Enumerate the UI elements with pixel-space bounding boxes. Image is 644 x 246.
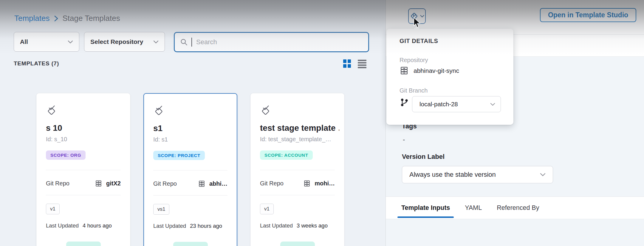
repository-label: Repository: [400, 57, 428, 64]
template-card-s1[interactable]: s1 Id: s1 SCOPE: PROJECT Git Repo abhi… …: [143, 93, 237, 246]
git-details-title: GIT DETAILS: [400, 38, 438, 44]
details-tab-bar: Template Inputs YAML Referenced By: [386, 196, 644, 219]
git-details-popover: GIT DETAILS Repository abhinav-git-sync …: [386, 29, 513, 125]
git-repo-value: abhi…: [209, 180, 227, 187]
git-branch-value: local-patch-28: [419, 101, 458, 108]
version-chip: vs1: [153, 204, 169, 215]
template-title: s1: [153, 124, 232, 133]
open-in-template-studio-button[interactable]: Open in Template Studio: [540, 8, 636, 22]
breadcrumb-templates-link[interactable]: Templates: [14, 14, 50, 23]
tab-template-inputs[interactable]: Template Inputs: [401, 197, 450, 219]
template-card-s-10[interactable]: s 10 Id: s_10 SCOPE: ORG Git Repo gitX2 …: [36, 93, 130, 246]
version-label-title: Version Label: [402, 153, 445, 161]
git-repo-label: Git Repo: [260, 180, 284, 187]
git-repo-label: Git Repo: [46, 180, 69, 187]
repository-filter[interactable]: Select Repository: [84, 32, 165, 52]
breadcrumb: Templates Stage Templates: [14, 14, 120, 23]
template-type-filter-value: All: [20, 38, 28, 45]
repository-value: abhinav-git-sync: [414, 67, 459, 74]
text-caret: [191, 38, 192, 47]
scope-badge: SCOPE: ACCOUNT: [260, 150, 313, 160]
divider: [260, 170, 335, 170]
version-label-select[interactable]: Always use the stable version: [402, 166, 553, 183]
git-repo-label: Git Repo: [153, 180, 177, 187]
repository-filter-value: Select Repository: [90, 38, 143, 45]
git-branch-label: Git Branch: [400, 87, 428, 94]
template-type-filter[interactable]: All: [14, 32, 79, 52]
search-input[interactable]: [196, 38, 363, 46]
template-title: s 10: [46, 123, 125, 133]
search-icon: [180, 38, 188, 46]
git-details-button[interactable]: [408, 8, 426, 24]
divider: [46, 170, 121, 170]
git-branch-select[interactable]: local-patch-28: [412, 96, 501, 112]
panel-divider: [386, 0, 386, 246]
stable-badge: [280, 242, 315, 246]
version-label-value: Always use the stable version: [409, 171, 496, 179]
chevron-down-icon: [420, 15, 424, 18]
chevron-down-icon: [153, 40, 159, 44]
grid-view-icon: [342, 59, 352, 68]
list-view-icon: [357, 59, 367, 68]
template-card-test-stage-template[interactable]: test stage template … Id: test_stage_tem…: [250, 93, 344, 246]
divider: [153, 170, 227, 170]
stage-template-icon: [260, 104, 271, 116]
git-branch-icon: [400, 98, 408, 107]
last-updated-label: Last Updated: [260, 222, 293, 229]
git-repo-value: gitX2: [106, 180, 121, 187]
search-box: [174, 32, 369, 52]
breadcrumb-current: Stage Templates: [63, 14, 120, 23]
tags-value: -: [403, 136, 405, 144]
chevron-down-icon: [490, 103, 495, 106]
tab-referenced-by[interactable]: Referenced By: [497, 197, 539, 219]
list-view-button[interactable]: [357, 59, 367, 70]
repository-icon: [303, 180, 311, 187]
grid-view-button[interactable]: [342, 59, 352, 70]
template-id: Id: s_10: [46, 136, 125, 143]
repository-icon: [198, 180, 205, 187]
divider: [46, 195, 121, 195]
repository-icon: [95, 180, 102, 187]
scope-badge: SCOPE: ORG: [46, 150, 86, 160]
chevron-down-icon: [68, 40, 73, 44]
tab-yaml[interactable]: YAML: [465, 197, 482, 219]
version-chip: v1: [260, 204, 274, 214]
last-updated-value: 4 hours ago: [83, 222, 112, 229]
last-updated-label: Last Updated: [46, 222, 79, 229]
last-updated-label: Last Updated: [153, 223, 186, 229]
repository-icon: [400, 66, 409, 75]
stable-badge: [173, 242, 208, 246]
stage-template-icon: [153, 104, 165, 116]
stage-template-icon: [46, 104, 57, 116]
divider: [153, 195, 227, 196]
last-updated-value: 23 hours ago: [190, 223, 222, 229]
templates-count-heading: TEMPLATES (7): [14, 60, 59, 67]
git-repo-value: mohi…: [315, 180, 335, 187]
template-id: Id: test_stage_template_…: [260, 136, 339, 143]
git-template-icon: [410, 12, 419, 21]
stable-badge: [66, 242, 101, 246]
template-id: Id: s1: [153, 136, 232, 143]
version-chip: v1: [46, 204, 60, 214]
chevron-down-icon: [540, 173, 546, 176]
template-title: test stage template …: [260, 123, 339, 133]
chevron-right-icon: [54, 15, 58, 22]
scope-badge: SCOPE: PROJECT: [153, 151, 205, 160]
divider: [260, 195, 335, 195]
last-updated-value: 3 weeks ago: [297, 222, 328, 229]
